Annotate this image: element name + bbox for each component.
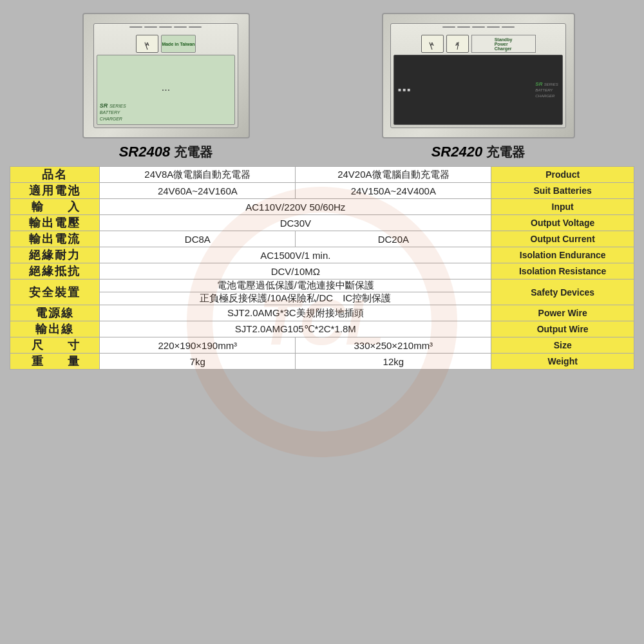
page-wrapper: TCL Made in Taiwan — [0, 0, 644, 644]
row-output-wire: 輸出線 SJT2.0AMG105℃*2C*1.8M Output Wire — [10, 321, 634, 337]
label-input: 輸 入 — [10, 199, 100, 215]
en-output-wire: Output Wire — [491, 321, 634, 337]
data-output-voltage: DC30V — [100, 215, 491, 231]
data-safety-devices-line2: 正負極反接保護/10A保險私/DC IC控制保護 — [100, 292, 491, 305]
en-isolation-resistance: Isolation Resistance — [491, 263, 634, 279]
label-output-current: 輸出電流 — [10, 231, 100, 247]
row-size: 尺 寸 220×190×190mm³ 330×250×210mm³ Size — [10, 337, 634, 354]
spec-table: 品名 24V8A微電腦自動充電器 24V20A微電腦自動充電器 Product … — [10, 166, 634, 370]
label-power-wire: 電源線 — [10, 305, 100, 321]
data-product-sr2408: 24V8A微電腦自動充電器 — [100, 167, 296, 183]
en-power-wire: Power Wire — [491, 305, 634, 321]
row-weight: 重 量 7kg 12kg Weight — [10, 354, 634, 370]
row-output-current: 輸出電流 DC8A DC20A Output Current — [10, 231, 634, 247]
data-weight-sr2420: 12kg — [296, 354, 491, 370]
sr2420-title: SR2420 充電器 — [431, 144, 526, 161]
label-size: 尺 寸 — [10, 337, 100, 354]
label-isolation-resistance: 絕緣抵抗 — [10, 263, 100, 279]
row-safety-devices: 安全裝置 電池電壓過低保護/電池連接中斷保護 Safety Devices — [10, 279, 634, 292]
data-safety-devices-line1: 電池電壓過低保護/電池連接中斷保護 — [100, 279, 491, 292]
data-product-sr2420: 24V20A微電腦自動充電器 — [296, 167, 491, 183]
en-output-voltage: Output Voltage — [491, 215, 634, 231]
label-isolation-endurance: 絕緣耐力 — [10, 247, 100, 263]
data-isolation-resistance: DCV/10MΩ — [100, 263, 491, 279]
en-size: Size — [491, 337, 634, 354]
en-safety-devices: Safety Devices — [491, 279, 634, 305]
product-sr2408: Made in Taiwan • • • SR SERIESBATTERYCHA… — [10, 13, 322, 161]
label-suit-batteries: 適用電池 — [10, 183, 100, 199]
row-output-voltage: 輸出電壓 DC30V Output Voltage — [10, 215, 634, 231]
data-isolation-endurance: AC1500V/1 min. — [100, 247, 491, 263]
en-suit-batteries: Suit Batteries — [491, 183, 634, 199]
en-isolation-endurance: Isolation Endurance — [491, 247, 634, 263]
en-output-current: Output Current — [491, 231, 634, 247]
data-size-sr2420: 330×250×210mm³ — [296, 337, 491, 354]
product-image-sr2408: Made in Taiwan • • • SR SERIESBATTERYCHA… — [82, 13, 250, 138]
label-weight: 重 量 — [10, 354, 100, 370]
label-output-wire: 輸出線 — [10, 321, 100, 337]
data-weight-sr2408: 7kg — [100, 354, 296, 370]
product-sr2420: StandbyPowerCharger ■ ■ ■ SR SERIESBATTE… — [322, 13, 634, 161]
en-input: Input — [491, 199, 634, 215]
row-power-wire: 電源線 SJT2.0AMG*3C美規附接地插頭 Power Wire — [10, 305, 634, 321]
data-output-current-sr2408: DC8A — [100, 231, 296, 247]
label-safety-devices: 安全裝置 — [10, 279, 100, 305]
data-output-wire: SJT2.0AMG105℃*2C*1.8M — [100, 321, 491, 337]
en-product: Product — [491, 167, 634, 183]
products-section: Made in Taiwan • • • SR SERIESBATTERYCHA… — [10, 6, 634, 161]
data-suit-batteries-sr2408: 24V60A~24V160A — [100, 183, 296, 199]
label-output-voltage: 輸出電壓 — [10, 215, 100, 231]
row-suit-batteries: 適用電池 24V60A~24V160A 24V150A~24V400A Suit… — [10, 183, 634, 199]
sr2408-title: SR2408 充電器 — [119, 144, 213, 161]
data-output-current-sr2420: DC20A — [296, 231, 491, 247]
product-image-sr2420: StandbyPowerCharger ■ ■ ■ SR SERIESBATTE… — [382, 13, 575, 138]
row-product: 品名 24V8A微電腦自動充電器 24V20A微電腦自動充電器 Product — [10, 167, 634, 183]
label-product: 品名 — [10, 167, 100, 183]
data-input: AC110V/220V 50/60Hz — [100, 199, 491, 215]
en-weight: Weight — [491, 354, 634, 370]
data-power-wire: SJT2.0AMG*3C美規附接地插頭 — [100, 305, 491, 321]
data-suit-batteries-sr2420: 24V150A~24V400A — [296, 183, 491, 199]
data-size-sr2408: 220×190×190mm³ — [100, 337, 296, 354]
row-isolation-endurance: 絕緣耐力 AC1500V/1 min. Isolation Endurance — [10, 247, 634, 263]
row-input: 輸 入 AC110V/220V 50/60Hz Input — [10, 199, 634, 215]
row-isolation-resistance: 絕緣抵抗 DCV/10MΩ Isolation Resistance — [10, 263, 634, 279]
